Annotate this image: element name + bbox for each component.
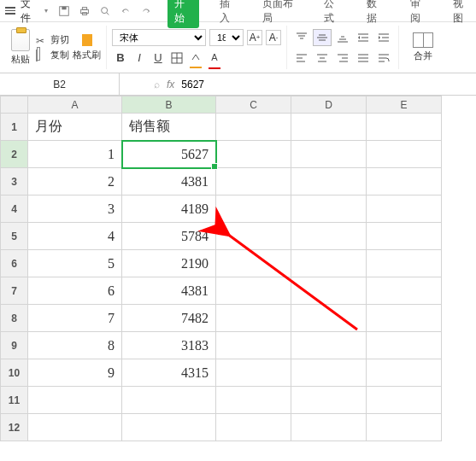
cell-A9[interactable]: 8 — [28, 332, 122, 359]
cell[interactable] — [367, 387, 442, 414]
col-header-C[interactable]: C — [216, 96, 291, 114]
cell[interactable] — [367, 305, 442, 332]
cell-B9[interactable]: 3183 — [122, 332, 216, 359]
file-menu[interactable]: 文件 — [21, 0, 39, 26]
cell[interactable] — [367, 250, 442, 277]
row-header[interactable]: 1 — [1, 114, 28, 141]
tab-view[interactable]: 视图 — [448, 0, 476, 29]
align-top-button[interactable] — [292, 29, 311, 46]
tab-home[interactable]: 开始 — [167, 0, 199, 28]
cell-B5[interactable]: 5784 — [122, 223, 216, 250]
cell[interactable] — [216, 387, 291, 414]
font-color-button[interactable]: A — [206, 50, 223, 67]
select-all-corner[interactable] — [1, 96, 28, 114]
bold-button[interactable]: B — [112, 50, 129, 67]
cell[interactable] — [216, 141, 291, 168]
row-header[interactable]: 10 — [1, 359, 28, 387]
cut-button[interactable]: 剪切 — [36, 33, 69, 46]
align-center-button[interactable] — [313, 50, 332, 67]
cell-B10[interactable]: 4315 — [122, 359, 216, 387]
wrap-text-button[interactable] — [374, 50, 393, 67]
cell-B8[interactable]: 7482 — [122, 305, 216, 332]
align-right-button[interactable] — [333, 50, 352, 67]
row-header[interactable]: 3 — [1, 168, 28, 195]
row-header[interactable]: 9 — [1, 332, 28, 359]
cell[interactable] — [216, 223, 291, 250]
cell-B1[interactable]: 销售额 — [122, 114, 216, 141]
cell[interactable] — [291, 332, 367, 359]
cell[interactable] — [367, 277, 442, 305]
col-header-E[interactable]: E — [367, 96, 442, 114]
format-painter-button[interactable]: 格式刷 — [73, 34, 101, 61]
cell-A4[interactable]: 3 — [28, 195, 122, 223]
indent-decrease-button[interactable] — [354, 29, 373, 46]
fill-color-button[interactable] — [187, 50, 204, 67]
tab-review[interactable]: 审阅 — [405, 0, 433, 29]
cell[interactable] — [28, 387, 122, 414]
grid[interactable]: A B C D E 1 月份 销售额 2 1 5627 3 2 4381 4 3… — [0, 96, 442, 441]
cell[interactable] — [216, 359, 291, 387]
tab-formulas[interactable]: 公式 — [319, 0, 347, 29]
print-icon[interactable] — [79, 5, 91, 17]
cell-A7[interactable]: 6 — [28, 277, 122, 305]
indent-increase-button[interactable] — [374, 29, 393, 46]
cell-B7[interactable]: 4381 — [122, 277, 216, 305]
row-header[interactable]: 12 — [1, 414, 28, 441]
cell[interactable] — [367, 168, 442, 195]
fx-icon[interactable]: fx — [167, 79, 174, 90]
formula-input[interactable] — [181, 79, 438, 90]
font-name-select[interactable]: 宋体 — [112, 29, 206, 46]
row-header[interactable]: 6 — [1, 250, 28, 277]
search-icon[interactable]: ⌕ — [154, 79, 160, 90]
cell[interactable] — [367, 141, 442, 168]
cell-A6[interactable]: 5 — [28, 250, 122, 277]
cell[interactable] — [216, 168, 291, 195]
decrease-font-button[interactable]: A- — [266, 30, 281, 45]
cell[interactable] — [367, 114, 442, 141]
italic-button[interactable]: I — [131, 50, 148, 67]
align-bottom-button[interactable] — [333, 29, 352, 46]
cell-A2[interactable]: 1 — [28, 141, 122, 168]
row-header[interactable]: 8 — [1, 305, 28, 332]
cell-B6[interactable]: 2190 — [122, 250, 216, 277]
redo-icon[interactable] — [140, 5, 152, 17]
tab-data[interactable]: 数据 — [361, 0, 390, 29]
cell[interactable] — [216, 195, 291, 223]
cell[interactable] — [216, 332, 291, 359]
cell-A1[interactable]: 月份 — [28, 114, 122, 141]
tab-insert[interactable]: 插入 — [214, 0, 243, 29]
cell[interactable] — [367, 223, 442, 250]
cell[interactable] — [291, 359, 367, 387]
cell[interactable] — [291, 114, 367, 141]
print-preview-icon[interactable] — [99, 5, 111, 17]
cell[interactable] — [28, 414, 122, 441]
row-header[interactable]: 7 — [1, 277, 28, 305]
cell[interactable] — [291, 305, 367, 332]
name-box[interactable]: B2 — [0, 73, 120, 95]
cell-B3[interactable]: 4381 — [122, 168, 216, 195]
cell-A3[interactable]: 2 — [28, 168, 122, 195]
cell-A5[interactable]: 4 — [28, 223, 122, 250]
align-left-button[interactable] — [292, 50, 311, 67]
cell[interactable] — [367, 359, 442, 387]
cell[interactable] — [367, 332, 442, 359]
merge-cells-button[interactable]: 合并 — [404, 26, 442, 69]
row-header[interactable]: 5 — [1, 223, 28, 250]
cell[interactable] — [122, 387, 216, 414]
cell[interactable] — [291, 223, 367, 250]
cell[interactable] — [216, 414, 291, 441]
cell[interactable] — [291, 414, 367, 441]
cell[interactable] — [216, 250, 291, 277]
row-header[interactable]: 11 — [1, 387, 28, 414]
paste-button[interactable]: 粘贴 — [5, 29, 36, 66]
cell[interactable] — [122, 414, 216, 441]
cell[interactable] — [216, 277, 291, 305]
col-header-B[interactable]: B — [122, 96, 216, 114]
cell-B2[interactable]: 5627 — [122, 141, 216, 168]
copy-button[interactable]: 复制 — [36, 49, 69, 61]
cell[interactable] — [291, 387, 367, 414]
cell[interactable] — [291, 195, 367, 223]
cell-B4[interactable]: 4189 — [122, 195, 216, 223]
undo-icon[interactable] — [120, 5, 132, 17]
cell[interactable] — [367, 414, 442, 441]
